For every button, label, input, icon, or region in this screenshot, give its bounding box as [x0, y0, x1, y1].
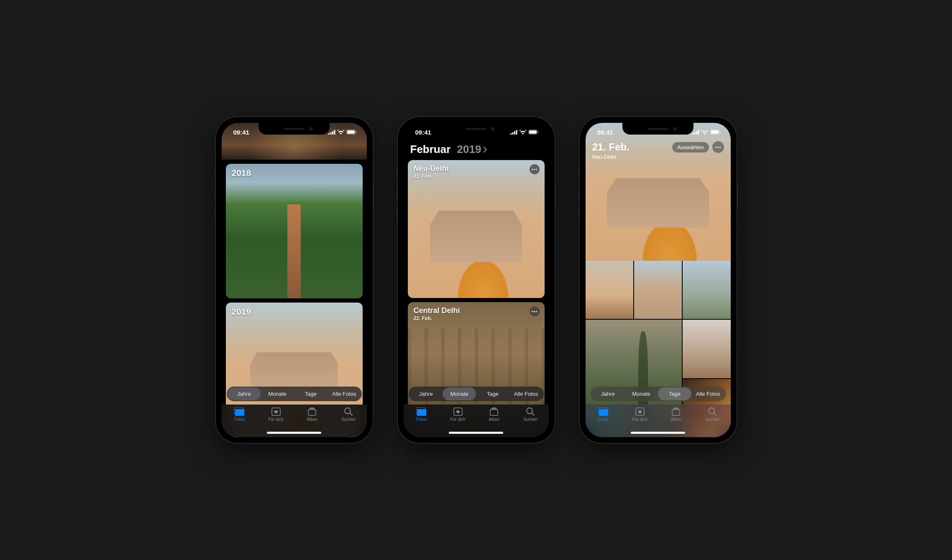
- tab-search[interactable]: Suchen: [330, 407, 367, 437]
- signal-icon: [328, 130, 335, 135]
- svg-rect-26: [720, 131, 721, 133]
- month-card-neu-delhi[interactable]: Neu-Delhi 21. Feb.: [408, 160, 545, 298]
- year-card-2018[interactable]: 2018: [226, 164, 363, 298]
- svg-point-27: [715, 147, 717, 148]
- segment-all-photos[interactable]: Alle Fotos: [691, 387, 725, 400]
- tab-label: Suchen: [341, 417, 356, 422]
- photo-thumbnail[interactable]: [634, 261, 682, 319]
- albums-icon: [307, 407, 317, 416]
- month-name: Februar: [410, 143, 451, 156]
- segment-years[interactable]: Jahre: [591, 387, 625, 400]
- wifi-icon: [520, 130, 526, 135]
- select-button[interactable]: Auswählen: [672, 142, 709, 153]
- wifi-icon: [701, 130, 708, 135]
- tab-photos[interactable]: Fotos: [404, 407, 440, 437]
- days-header: 21. Feb. Neu-Delhi Auswählen: [592, 141, 724, 160]
- segment-all-photos[interactable]: Alle Fotos: [328, 387, 361, 400]
- segment-years[interactable]: Jahre: [409, 387, 443, 400]
- heart-square-icon: [453, 407, 463, 416]
- more-button[interactable]: [530, 306, 540, 316]
- svg-rect-30: [599, 409, 608, 416]
- photo-thumbnail[interactable]: [586, 261, 633, 319]
- tab-search[interactable]: Suchen: [512, 407, 549, 437]
- notch: [622, 123, 694, 135]
- tab-photos[interactable]: Fotos: [222, 407, 258, 437]
- tab-label: Fotos: [416, 417, 427, 422]
- tab-photos[interactable]: Fotos: [586, 407, 622, 437]
- month-card-subtitle: 21. Feb.: [414, 173, 449, 179]
- svg-rect-18: [417, 409, 426, 416]
- tab-label: Suchen: [705, 417, 719, 422]
- svg-rect-10: [529, 130, 537, 134]
- svg-line-23: [532, 413, 535, 416]
- month-card-title: Central Delhi: [414, 306, 460, 315]
- chevron-right-icon: [484, 147, 487, 153]
- year-label: 2018: [232, 168, 251, 178]
- wifi-icon: [338, 130, 344, 135]
- tab-search[interactable]: Suchen: [694, 407, 731, 437]
- battery-icon: [346, 130, 357, 135]
- tab-label: Für dich: [450, 417, 466, 422]
- tab-label: Alben: [307, 417, 318, 422]
- photo-thumbnail[interactable]: [683, 261, 730, 319]
- status-right: [510, 130, 539, 135]
- segment-control: Jahre Monate Tage Alle Fotos: [227, 387, 362, 401]
- photos-icon: [234, 407, 245, 416]
- days-location: Neu-Delhi: [592, 154, 630, 160]
- phone-years-view: 09:41 2018 2019: [216, 117, 373, 443]
- screen: 09:41 2018 2019: [222, 123, 367, 437]
- phone-months-view: 09:41 Februar 2019: [398, 117, 555, 443]
- tab-label: Suchen: [523, 417, 537, 422]
- phone-days-view: 09:41 21. Feb. Neu-Delhi Auswählen: [580, 117, 737, 443]
- search-icon: [525, 407, 536, 416]
- search-icon: [707, 407, 718, 416]
- segment-all-photos[interactable]: Alle Fotos: [509, 387, 543, 400]
- photos-icon: [416, 407, 427, 416]
- status-time: 09:41: [415, 129, 431, 136]
- segment-days[interactable]: Tage: [294, 387, 328, 400]
- svg-point-17: [536, 311, 537, 312]
- more-button[interactable]: [712, 141, 724, 153]
- status-right: [692, 130, 721, 135]
- svg-rect-6: [308, 410, 316, 415]
- segment-control: Jahre Monate Tage Alle Fotos: [409, 387, 544, 401]
- svg-rect-2: [356, 131, 357, 133]
- month-year: 2019: [457, 143, 481, 156]
- segment-days[interactable]: Tage: [476, 387, 509, 400]
- svg-point-29: [719, 147, 721, 148]
- battery-icon: [528, 130, 539, 135]
- more-button[interactable]: [530, 164, 540, 174]
- heart-square-icon: [271, 407, 282, 416]
- status-time: 09:41: [233, 129, 249, 136]
- month-card-subtitle: 22. Feb.: [414, 316, 460, 321]
- home-indicator[interactable]: [449, 432, 503, 434]
- photo-thumbnail[interactable]: [683, 320, 730, 378]
- heart-square-icon: [635, 407, 645, 416]
- home-indicator[interactable]: [631, 432, 685, 434]
- home-indicator[interactable]: [267, 432, 321, 434]
- svg-point-28: [717, 147, 719, 148]
- months-title[interactable]: Februar 2019: [408, 141, 545, 160]
- tab-label: Fotos: [598, 417, 609, 422]
- days-header-info: 21. Feb. Neu-Delhi: [592, 141, 630, 160]
- search-icon: [343, 407, 354, 416]
- segment-days[interactable]: Tage: [658, 387, 691, 400]
- segment-years[interactable]: Jahre: [228, 387, 261, 400]
- segment-months[interactable]: Monate: [443, 387, 476, 400]
- segment-months[interactable]: Monate: [261, 387, 294, 400]
- segment-months[interactable]: Monate: [624, 387, 658, 400]
- svg-point-16: [534, 311, 535, 312]
- svg-line-8: [350, 413, 353, 416]
- status-time: 09:41: [597, 129, 613, 136]
- year-label: 2019: [232, 307, 251, 317]
- svg-rect-21: [490, 410, 498, 415]
- albums-icon: [670, 407, 681, 416]
- svg-point-15: [532, 311, 533, 312]
- screen: 09:41 21. Feb. Neu-Delhi Auswählen: [586, 123, 731, 437]
- notch: [440, 123, 512, 135]
- month-card-label: Neu-Delhi 21. Feb.: [414, 164, 449, 179]
- svg-rect-3: [235, 409, 244, 416]
- days-header-actions: Auswählen: [672, 141, 724, 153]
- tab-label: Alben: [489, 417, 500, 422]
- svg-line-35: [714, 413, 717, 416]
